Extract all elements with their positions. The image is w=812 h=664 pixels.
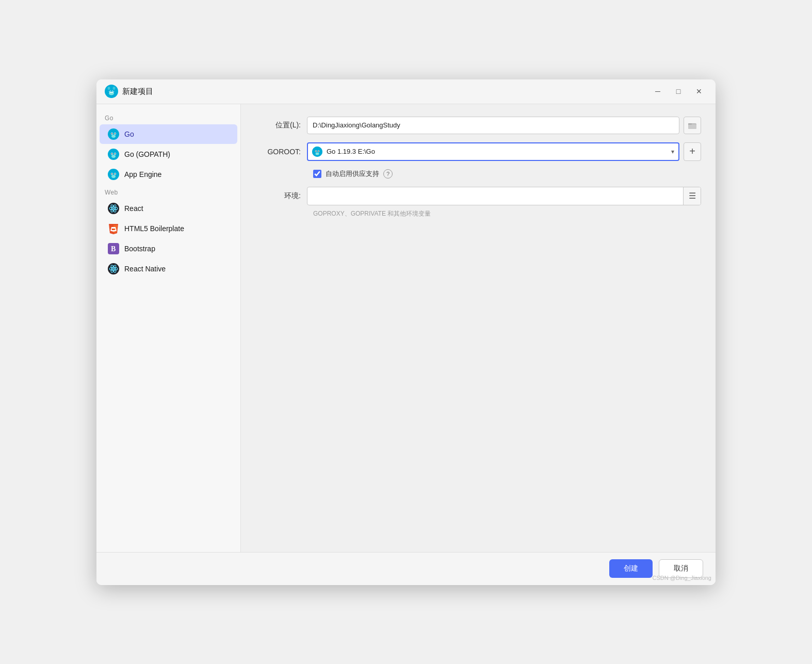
folder-icon — [688, 122, 696, 129]
svg-point-53 — [316, 151, 317, 152]
location-input[interactable] — [307, 117, 679, 134]
svg-point-54 — [318, 151, 319, 152]
dialog-body: Go Go — [96, 104, 716, 552]
browse-button[interactable] — [684, 117, 701, 134]
svg-point-55 — [316, 152, 319, 155]
svg-point-15 — [115, 133, 116, 134]
svg-point-46 — [113, 268, 115, 269]
sidebar-label-go: Go — [124, 130, 134, 138]
sidebar-item-react-native[interactable]: React Native — [100, 259, 237, 279]
app-icon — [105, 85, 118, 98]
add-goroot-button[interactable]: + — [684, 142, 701, 161]
location-label: 位置(L): — [255, 121, 307, 130]
svg-point-0 — [105, 85, 118, 98]
svg-point-22 — [111, 155, 116, 158]
svg-point-20 — [111, 153, 112, 154]
sidebar: Go Go — [96, 104, 241, 552]
svg-rect-49 — [688, 123, 692, 125]
svg-rect-10 — [109, 92, 113, 93]
html5-icon — [108, 223, 119, 234]
sidebar-item-bootstrap[interactable]: B Bootstrap — [100, 239, 237, 258]
sidebar-section-web: Web — [96, 185, 240, 198]
react-icon — [108, 203, 119, 214]
svg-point-14 — [111, 133, 112, 134]
title-bar: 新建项目 ─ □ ✕ — [96, 79, 716, 104]
auto-vendor-row: 自动启用供应支持 ? — [313, 169, 701, 179]
maximize-button[interactable]: □ — [670, 83, 687, 100]
svg-point-28 — [111, 175, 116, 178]
svg-rect-48 — [688, 124, 696, 129]
env-field-wrap: ☰ — [307, 187, 701, 205]
sidebar-item-go-gopath[interactable]: Go (GOPATH) — [100, 144, 237, 164]
goroot-value: Go 1.19.3 E:\Go — [327, 148, 667, 155]
svg-point-11 — [108, 128, 119, 140]
content-area: 位置(L): GOROOT: — [241, 104, 716, 552]
goroot-select[interactable]: Go 1.19.3 E:\Go ▾ — [307, 142, 679, 161]
sidebar-label-go-gopath: Go (GOPATH) — [124, 150, 170, 158]
new-project-dialog: 新建项目 ─ □ ✕ Go — [96, 79, 716, 585]
env-input-wrap: ☰ — [307, 187, 701, 205]
dialog-footer: 创建 取消 CSDN @Ding_Jiaxiong — [96, 552, 716, 585]
svg-text:B: B — [111, 245, 116, 253]
location-input-wrap — [307, 117, 701, 134]
goroot-icon — [312, 147, 322, 157]
env-input[interactable] — [307, 187, 683, 205]
window-controls: ─ □ ✕ — [649, 83, 707, 100]
help-icon[interactable]: ? — [383, 169, 393, 179]
env-label: 环境: — [255, 191, 307, 201]
env-row: 环境: ☰ — [255, 187, 701, 205]
create-button[interactable]: 创建 — [609, 559, 653, 578]
watermark: CSDN @Ding_Jiaxiong — [653, 575, 712, 581]
chevron-down-icon: ▾ — [671, 148, 674, 155]
sidebar-label-bootstrap: Bootstrap — [124, 245, 155, 253]
sidebar-section-go: Go — [96, 110, 240, 124]
sidebar-item-go[interactable]: Go — [100, 124, 237, 144]
goroot-row: GOROOT: Go — [255, 142, 701, 161]
close-button[interactable]: ✕ — [691, 83, 707, 100]
svg-point-16 — [111, 135, 116, 138]
svg-point-17 — [108, 149, 119, 160]
auto-vendor-label: 自动启用供应支持 — [326, 169, 379, 179]
goroot-label: GOROOT: — [255, 148, 307, 156]
goroot-input-wrap: Go 1.19.3 E:\Go ▾ + — [307, 142, 701, 161]
svg-point-8 — [108, 87, 110, 90]
gopher-icon-gopath — [108, 149, 119, 160]
svg-point-50 — [312, 147, 322, 157]
minimize-button[interactable]: ─ — [649, 83, 666, 100]
svg-point-26 — [111, 173, 112, 174]
gopher-icon-go — [108, 128, 119, 140]
sidebar-label-app-engine: App Engine — [124, 170, 161, 179]
sidebar-item-app-engine[interactable]: App Engine — [100, 165, 237, 184]
react-native-icon — [108, 263, 119, 274]
sidebar-label-react-native: React Native — [124, 265, 166, 273]
sidebar-item-react[interactable]: React — [100, 199, 237, 218]
location-row: 位置(L): — [255, 117, 701, 134]
auto-vendor-checkbox[interactable] — [313, 170, 321, 178]
env-hint: GOPROXY、GOPRIVATE 和其他环境变量 — [313, 209, 701, 218]
bootstrap-icon: B — [108, 243, 119, 254]
env-options-button[interactable]: ☰ — [683, 187, 701, 205]
svg-point-23 — [108, 169, 119, 180]
sidebar-label-html5: HTML5 Boilerplate — [124, 224, 184, 233]
sidebar-label-react: React — [124, 204, 143, 213]
svg-point-9 — [113, 87, 116, 90]
dialog-title: 新建项目 — [122, 87, 153, 96]
gopher-icon-appengine — [108, 169, 119, 180]
svg-point-21 — [115, 153, 116, 154]
svg-point-34 — [113, 207, 115, 209]
sidebar-item-html5[interactable]: HTML5 Boilerplate — [100, 219, 237, 238]
svg-point-27 — [115, 173, 116, 174]
